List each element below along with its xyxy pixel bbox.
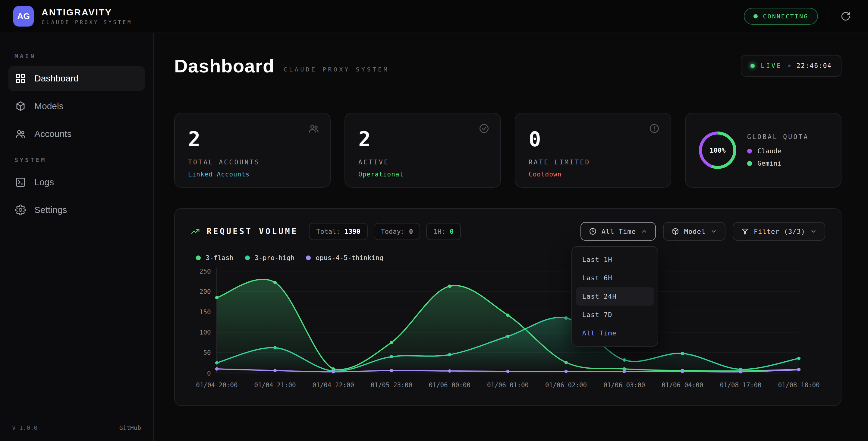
model-filter-button[interactable]: Model [663, 222, 725, 241]
svg-text:01/05 23:00: 01/05 23:00 [371, 382, 412, 389]
stat-value: 2 [188, 129, 317, 150]
sidebar-item-models[interactable]: Models [8, 93, 145, 119]
divider [828, 10, 828, 23]
svg-text:01/08 18:00: 01/08 18:00 [778, 382, 820, 389]
legend-item-opus-4-5-thinking: opus-4-5-thinking [306, 254, 383, 262]
svg-text:200: 200 [199, 288, 211, 295]
quota-details: GLOBAL QUOTA Claude Gemini [747, 133, 809, 167]
filter-label: Filter (3/3) [754, 228, 805, 235]
quota-legend: Claude Gemini [747, 147, 809, 167]
live-label: LIVE [761, 62, 782, 69]
today-label: Today: [381, 228, 405, 235]
sidebar-item-label: Settings [34, 205, 67, 215]
stat-value: 2 [358, 129, 487, 150]
stat-label: ACTIVE [358, 159, 487, 166]
svg-text:01/04 20:00: 01/04 20:00 [196, 382, 238, 389]
menu-item-last-24h[interactable]: Last 24H [576, 287, 654, 305]
chart-title: REQUEST VOLUME [190, 227, 298, 236]
connection-status-dot [753, 14, 758, 19]
svg-text:01/06 02:00: 01/06 02:00 [545, 382, 587, 389]
menu-item-all-time[interactable]: All Time [576, 324, 654, 342]
trend-up-icon [190, 227, 200, 236]
svg-text:01/06 00:00: 01/06 00:00 [429, 382, 470, 389]
stat-label: GLOBAL QUOTA [747, 133, 809, 141]
users-icon [15, 128, 26, 139]
refresh-icon [841, 11, 851, 22]
series-name: 3-flash [206, 254, 234, 262]
sidebar-item-dashboard[interactable]: Dashboard [8, 66, 145, 91]
series-name: 3-pro-high [255, 254, 294, 262]
total-label: Total: [316, 228, 340, 235]
quota-legend-claude: Claude [747, 147, 809, 155]
connection-status-label: CONNECTING [763, 13, 808, 20]
legend-item-3-flash: 3-flash [196, 254, 234, 262]
filter-button[interactable]: Filter (3/3) [733, 222, 825, 241]
sidebar-item-label: Models [34, 101, 64, 111]
chart-header: REQUEST VOLUME Total: 1390 Today: 0 1H: [190, 222, 825, 241]
separator-dot [788, 64, 790, 67]
stat-card-rate-limited: 0 RATE LIMITED Cooldown [515, 113, 671, 187]
github-link[interactable]: GitHub [119, 424, 141, 431]
page-subtitle: CLAUDE PROXY SYSTEM [284, 66, 389, 73]
sidebar: MAIN Dashboard Models Account [0, 33, 154, 441]
svg-text:01/04 21:00: 01/04 21:00 [254, 382, 296, 389]
sidebar-footer: V 1.0.0 GitHub [0, 414, 153, 441]
page-title: Dashboard [174, 55, 275, 77]
stat-card-active: 2 ACTIVE Operational [344, 113, 501, 187]
chevron-up-icon [641, 228, 647, 235]
svg-text:01/08 17:00: 01/08 17:00 [720, 382, 761, 389]
time-range-button[interactable]: All Time [581, 222, 656, 241]
app-version: V 1.0.0 [12, 424, 37, 431]
app-subtitle: CLAUDE PROXY SYSTEM [41, 19, 132, 25]
request-volume-card: REQUEST VOLUME Total: 1390 Today: 0 1H: [174, 208, 841, 406]
cube-icon [672, 228, 679, 235]
brand-text: ANTIGRAVITY CLAUDE PROXY SYSTEM [41, 7, 132, 25]
sidebar-item-label: Logs [34, 177, 54, 187]
menu-item-last-1h[interactable]: Last 1H [576, 251, 654, 269]
sidebar-item-settings[interactable]: Settings [8, 197, 145, 223]
refresh-button[interactable] [838, 8, 854, 24]
stat-label: TOTAL ACCOUNTS [188, 159, 317, 166]
topbar-actions: CONNECTING [744, 8, 854, 25]
sidebar-item-accounts[interactable]: Accounts [8, 121, 145, 147]
chevron-down-icon [810, 228, 817, 235]
stats-grid: 2 TOTAL ACCOUNTS Linked Accounts 2 ACTIV… [174, 113, 841, 187]
time-range-label: All Time [601, 228, 636, 235]
quota-legend-label: Claude [757, 147, 781, 155]
stat-sub: Operational [358, 171, 487, 178]
stat-card-global-quota: 100% GLOBAL QUOTA Claude Gemini [685, 113, 841, 187]
request-volume-chart: 05010015020025001/04 20:0001/04 21:0001/… [190, 264, 825, 396]
total-value: 1390 [344, 228, 361, 235]
chart-title-label: REQUEST VOLUME [207, 227, 298, 236]
hour-label: 1H: [433, 228, 445, 235]
live-badge: LIVE 22:46:04 [741, 55, 841, 77]
quota-percent: 100% [710, 147, 726, 154]
check-circle-icon [478, 123, 490, 136]
stat-label: RATE LIMITED [529, 159, 657, 166]
funnel-icon [741, 228, 749, 235]
legend-item-3-pro-high: 3-pro-high [245, 254, 294, 262]
app-logo: AG [13, 6, 34, 27]
brand: AG ANTIGRAVITY CLAUDE PROXY SYSTEM [13, 6, 132, 27]
series-dot [196, 256, 201, 260]
terminal-icon [15, 177, 26, 187]
menu-item-last-7d[interactable]: Last 7D [576, 305, 654, 324]
page-header: Dashboard CLAUDE PROXY SYSTEM LIVE 22:46… [174, 55, 841, 77]
menu-item-last-6h[interactable]: Last 6H [576, 269, 654, 287]
hour-pill: 1H: 0 [426, 223, 461, 240]
gear-icon [15, 205, 26, 215]
quota-ring: 100% [699, 131, 736, 169]
series-name: opus-4-5-thinking [315, 254, 383, 262]
svg-text:0: 0 [207, 370, 211, 377]
cube-icon [15, 101, 26, 112]
sidebar-item-logs[interactable]: Logs [8, 170, 145, 195]
connection-status-badge: CONNECTING [744, 8, 818, 25]
stat-value: 0 [529, 129, 657, 150]
svg-text:01/06 03:00: 01/06 03:00 [603, 382, 645, 389]
clock-value: 22:46:04 [797, 62, 832, 69]
main-content: Dashboard CLAUDE PROXY SYSTEM LIVE 22:46… [154, 33, 868, 441]
svg-text:250: 250 [199, 268, 211, 275]
chart-controls: All Time Last 1H Last 6H Last 24H Last 7… [581, 222, 825, 241]
svg-text:50: 50 [203, 349, 211, 356]
sidebar-section-system: SYSTEM [14, 156, 138, 164]
